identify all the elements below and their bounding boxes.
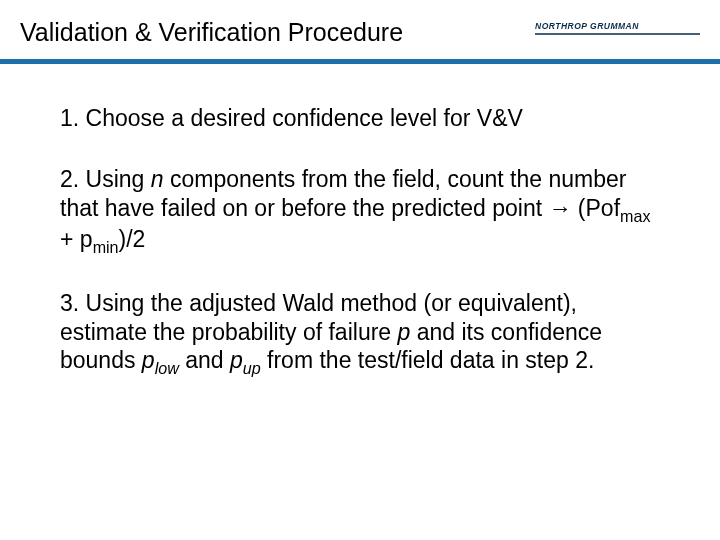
step-3-text-4: from the test/field data in step 2. [261, 347, 595, 373]
slide-header: Validation & Verification Procedure NORT… [0, 0, 720, 55]
variable-n: n [151, 166, 164, 192]
subscript-max: max [620, 206, 650, 224]
step-2-prefix: Using [86, 166, 151, 192]
step-1: 1. Choose a desired confidence level for… [60, 104, 660, 133]
subscript-min: min [93, 238, 119, 256]
slide-content: 1. Choose a desired confidence level for… [0, 64, 720, 430]
variable-p-up: p [230, 347, 243, 373]
step-2-number: 2. [60, 166, 79, 192]
slide-title: Validation & Verification Procedure [20, 18, 403, 47]
svg-text:NORTHROP GRUMMAN: NORTHROP GRUMMAN [535, 21, 639, 31]
northrop-grumman-logo: NORTHROP GRUMMAN [535, 19, 700, 47]
step-3-text-3: and [179, 347, 230, 373]
step-3: 3. Using the adjusted Wald method (or eq… [60, 289, 660, 378]
step-1-text: Choose a desired confidence level for V&… [86, 105, 523, 131]
arrow-icon: → [548, 195, 571, 221]
formula-close: )/2 [119, 226, 146, 252]
subscript-up: up [243, 359, 261, 377]
variable-p: p [398, 319, 411, 345]
formula-open: (Pof [571, 195, 620, 221]
formula-mid: + p [60, 226, 93, 252]
step-1-number: 1. [60, 105, 79, 131]
step-3-number: 3. [60, 290, 79, 316]
step-2: 2. Using n components from the field, co… [60, 165, 660, 257]
variable-p-low: p [142, 347, 155, 373]
subscript-low: low [155, 359, 179, 377]
